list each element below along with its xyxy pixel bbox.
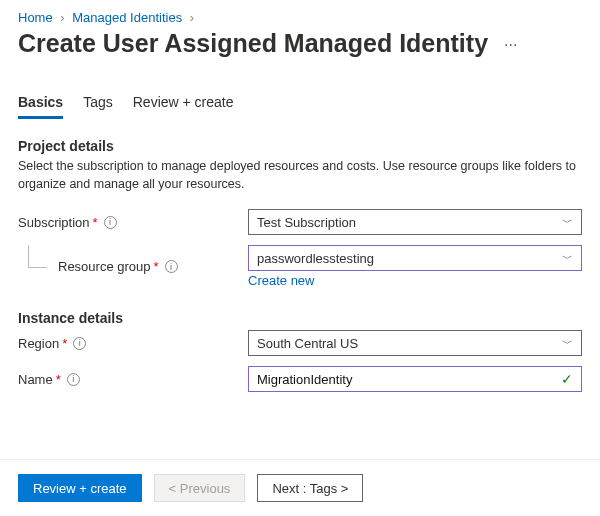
info-icon[interactable]: i xyxy=(104,216,117,229)
checkmark-icon: ✓ xyxy=(561,371,573,387)
breadcrumb: Home › Managed Identities › xyxy=(18,10,582,25)
subscription-select[interactable]: Test Subscription ﹀ xyxy=(248,209,582,235)
breadcrumb-managed-identities[interactable]: Managed Identities xyxy=(72,10,182,25)
name-input[interactable]: MigrationIdentity ✓ xyxy=(248,366,582,392)
tab-basics[interactable]: Basics xyxy=(18,94,63,119)
name-value: MigrationIdentity xyxy=(257,372,352,387)
chevron-right-icon: › xyxy=(60,10,64,25)
review-create-button[interactable]: Review + create xyxy=(18,474,142,502)
previous-button: < Previous xyxy=(154,474,246,502)
subscription-field: Subscription * i Test Subscription ﹀ xyxy=(18,209,582,235)
region-value: South Central US xyxy=(257,336,358,351)
name-label: Name xyxy=(18,372,53,387)
region-label: Region xyxy=(18,336,59,351)
resource-group-value: passwordlesstesting xyxy=(257,251,374,266)
chevron-down-icon: ﹀ xyxy=(562,215,573,230)
create-new-link[interactable]: Create new xyxy=(248,273,314,288)
info-icon[interactable]: i xyxy=(73,337,86,350)
chevron-down-icon: ﹀ xyxy=(562,251,573,266)
footer: Review + create < Previous Next : Tags > xyxy=(0,459,600,516)
tabs: Basics Tags Review + create xyxy=(18,94,582,120)
resource-group-select[interactable]: passwordlesstesting ﹀ xyxy=(248,245,582,271)
instance-details-heading: Instance details xyxy=(18,310,582,326)
project-details-description: Select the subscription to manage deploy… xyxy=(18,158,578,193)
tab-review-create[interactable]: Review + create xyxy=(133,94,234,119)
name-field: Name * i MigrationIdentity ✓ xyxy=(18,366,582,392)
next-button[interactable]: Next : Tags > xyxy=(257,474,363,502)
page-title: Create User Assigned Managed Identity xyxy=(18,29,488,58)
region-field: Region * i South Central US ﹀ xyxy=(18,330,582,356)
more-actions-icon[interactable]: ··· xyxy=(504,36,517,54)
chevron-down-icon: ﹀ xyxy=(562,336,573,351)
info-icon[interactable]: i xyxy=(67,373,80,386)
resource-group-field: Resource group * i passwordlesstesting ﹀… xyxy=(18,245,582,288)
project-details-heading: Project details xyxy=(18,138,582,154)
region-select[interactable]: South Central US ﹀ xyxy=(248,330,582,356)
required-icon: * xyxy=(62,336,67,351)
subscription-value: Test Subscription xyxy=(257,215,356,230)
tab-tags[interactable]: Tags xyxy=(83,94,113,119)
required-icon: * xyxy=(93,215,98,230)
required-icon: * xyxy=(56,372,61,387)
info-icon[interactable]: i xyxy=(165,260,178,273)
chevron-right-icon: › xyxy=(190,10,194,25)
required-icon: * xyxy=(154,259,159,274)
breadcrumb-home[interactable]: Home xyxy=(18,10,53,25)
subscription-label: Subscription xyxy=(18,215,90,230)
resource-group-label: Resource group xyxy=(58,259,151,274)
